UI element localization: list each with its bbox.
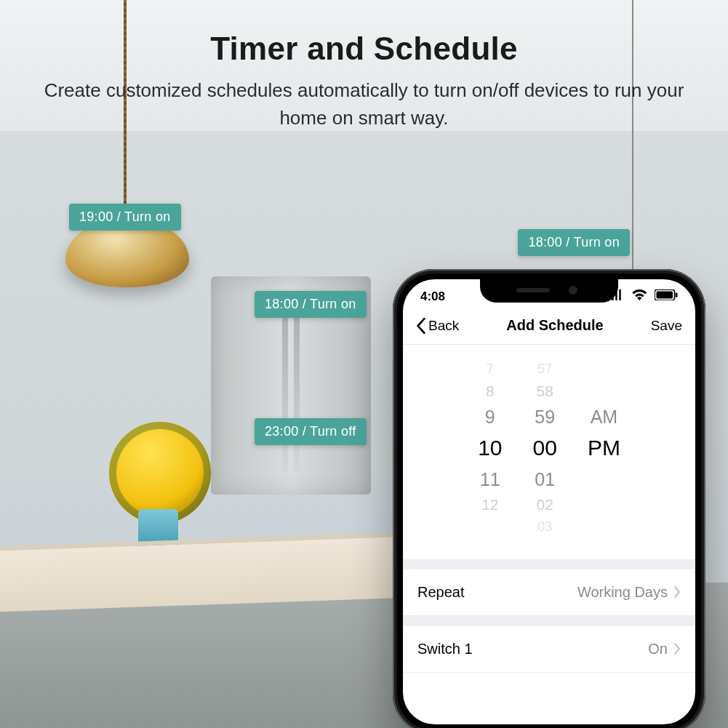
status-time: 4:08 bbox=[420, 289, 445, 304]
repeat-value: Working Days bbox=[577, 584, 668, 601]
picker-hour-column[interactable]: 7 8 9 10 11 12 bbox=[478, 359, 502, 537]
marketing-headline: Timer and Schedule Create customized sch… bbox=[0, 31, 728, 132]
switch-label: Switch 1 bbox=[417, 641, 473, 657]
schedule-tag-oven: 23:00 / Turn off bbox=[255, 418, 367, 445]
headline-title: Timer and Schedule bbox=[0, 31, 728, 67]
schedule-tag-ceiling: 18:00 / Turn on bbox=[518, 229, 630, 256]
picker-minute-column[interactable]: 57 58 59 00 01 02 03 bbox=[533, 359, 557, 537]
svg-rect-1 bbox=[656, 292, 673, 299]
switch-row[interactable]: Switch 1 On bbox=[403, 626, 695, 673]
back-label: Back bbox=[428, 318, 459, 334]
repeat-label: Repeat bbox=[417, 584, 465, 601]
phone-notch bbox=[480, 279, 618, 303]
schedule-tag-lamp: 19:00 / Turn on bbox=[69, 204, 181, 231]
phone-screen: 4:08 Back Add Schedule Save 7 8 9 bbox=[403, 279, 695, 724]
phone-mockup: 4:08 Back Add Schedule Save 7 8 9 bbox=[393, 269, 705, 728]
nav-title: Add Schedule bbox=[506, 317, 603, 334]
headline-subtitle: Create customized schedules automaticall… bbox=[37, 77, 692, 132]
row-separator bbox=[403, 616, 695, 626]
back-button[interactable]: Back bbox=[416, 318, 459, 334]
wifi-icon bbox=[631, 289, 648, 300]
battery-icon bbox=[655, 289, 679, 300]
repeat-row[interactable]: Repeat Working Days bbox=[403, 569, 695, 616]
nav-bar: Back Add Schedule Save bbox=[403, 305, 695, 345]
picker-period-column[interactable]: AM PM bbox=[588, 359, 620, 537]
save-button[interactable]: Save bbox=[651, 318, 682, 334]
svg-rect-2 bbox=[675, 292, 677, 297]
switch-value: On bbox=[648, 641, 668, 657]
chevron-right-icon bbox=[673, 643, 681, 655]
chevron-left-icon bbox=[416, 318, 426, 334]
chevron-right-icon bbox=[673, 586, 681, 598]
schedule-tag-fridge: 18:00 / Turn on bbox=[255, 291, 367, 318]
time-picker[interactable]: 7 8 9 10 11 12 57 58 59 00 01 02 03 bbox=[403, 345, 695, 569]
